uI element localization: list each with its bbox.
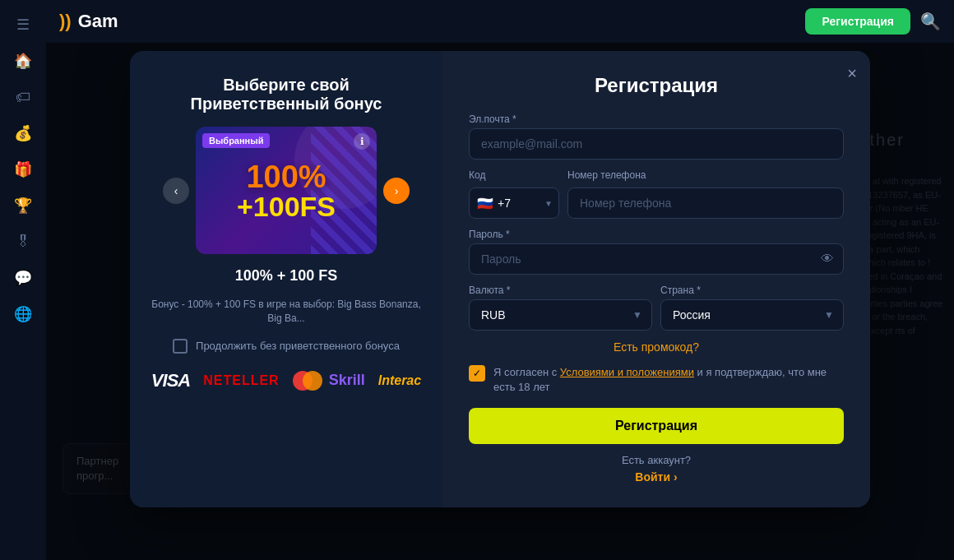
sidebar-home-icon[interactable]: 🏠	[7, 44, 39, 77]
phone-input[interactable]	[567, 187, 844, 219]
modal-left-panel: Выберите свой Приветственный бонус ‹ Выб…	[130, 51, 442, 507]
sidebar-menu-icon[interactable]: ☰	[7, 8, 39, 41]
bonus-carousel: ‹ Выбранный ℹ 100% +100FS ›	[196, 127, 377, 254]
bonus-description: Бонус - 100% + 100 FS в игре на выбор: B…	[150, 298, 423, 326]
sidebar-achievements-icon[interactable]: 🎖	[7, 225, 39, 258]
register-button[interactable]: Регистрация	[469, 408, 844, 444]
neteller-logo: NETELLER	[203, 373, 279, 388]
currency-select[interactable]: RUB USD EUR BTC USDT	[469, 299, 652, 331]
email-label: Эл.почта *	[469, 113, 844, 125]
mastercard-skrill-row: Skrill	[293, 371, 365, 391]
bonus-fs-text: +100FS	[237, 192, 336, 220]
country-label: Страна *	[660, 285, 844, 296]
login-row: Есть аккаунт? Войти ›	[469, 454, 844, 484]
logo: ))	[59, 11, 72, 32]
visa-logo: VISA	[151, 370, 190, 391]
interac-logo: Interac	[378, 373, 421, 388]
bonus-card: Выбранный ℹ 100% +100FS	[196, 127, 377, 254]
skrill-logo: Skrill	[329, 372, 365, 389]
terms-link[interactable]: Условиями и положениями	[560, 366, 694, 378]
currency-country-row: Валюта * RUB USD EUR BTC USDT ▼	[469, 285, 844, 331]
sidebar: ☰ 🏠 🏷 💰 🎁 🏆 🎖 💬 🌐	[0, 0, 46, 560]
modal-close-button[interactable]: ×	[847, 64, 857, 83]
sidebar-chat-icon[interactable]: 💬	[7, 261, 39, 294]
sidebar-casino-icon[interactable]: 💰	[7, 117, 39, 150]
promo-link[interactable]: Есть промокод?	[469, 340, 844, 354]
sidebar-promo-icon[interactable]: 🏷	[7, 81, 39, 113]
country-group: Страна * Россия Казахстан Беларусь Украи…	[660, 285, 844, 331]
have-account-text: Есть аккаунт?	[469, 454, 844, 466]
currency-label: Валюта *	[469, 285, 652, 296]
info-icon[interactable]: ℹ	[354, 133, 370, 150]
code-group: Код 🇷🇺 +7 ▼	[469, 169, 559, 219]
no-bonus-label: Продолжить без приветственного бонуса	[196, 340, 400, 352]
currency-group: Валюта * RUB USD EUR BTC USDT ▼	[469, 285, 652, 331]
code-select-wrap: 🇷🇺 +7 ▼	[469, 187, 559, 219]
sidebar-sports-icon[interactable]: 🏆	[7, 189, 39, 222]
currency-select-wrap: RUB USD EUR BTC USDT ▼	[469, 299, 652, 331]
phone-number-group: Номер телефона	[567, 169, 844, 219]
password-input[interactable]	[469, 243, 844, 275]
login-link[interactable]: Войти ›	[635, 470, 677, 484]
password-group: Пароль * 👁	[469, 229, 844, 275]
main-content: VISA ))Gam ₮ tether Партнер прогр... 33)…	[46, 43, 954, 560]
country-select-wrap: Россия Казахстан Беларусь Украина ▼	[660, 299, 844, 331]
selected-badge: Выбранный	[202, 133, 270, 148]
no-bonus-checkbox[interactable]	[173, 339, 188, 354]
email-input[interactable]	[469, 128, 844, 160]
logo-text: Gam	[78, 11, 118, 32]
terms-row: ✓ Я согласен с Условиями и положениями и…	[469, 365, 844, 395]
terms-text: Я согласен с Условиями и положениями и я…	[493, 365, 844, 395]
password-eye-icon[interactable]: 👁	[821, 252, 834, 266]
mastercard-logo	[293, 371, 322, 391]
sidebar-bonuses-icon[interactable]: 🎁	[7, 153, 39, 186]
password-label: Пароль *	[469, 229, 844, 240]
topnav: )) Gam Регистрация 🔍	[46, 0, 954, 43]
carousel-prev-button[interactable]: ‹	[163, 178, 189, 204]
bonus-percent-text: 100%	[246, 161, 326, 192]
phone-group: Код 🇷🇺 +7 ▼ Номер телефона	[469, 169, 844, 219]
email-group: Эл.почта *	[469, 113, 844, 160]
terms-checkbox[interactable]: ✓	[469, 365, 485, 382]
password-wrap: 👁	[469, 243, 844, 275]
modal-container: Выберите свой Приветственный бонус ‹ Выб…	[130, 51, 870, 507]
bonus-title-label: 100% + 100 FS	[235, 267, 338, 285]
no-bonus-row[interactable]: Продолжить без приветственного бонуса	[173, 339, 400, 354]
search-button[interactable]: 🔍	[920, 12, 941, 31]
country-select[interactable]: Россия Казахстан Беларусь Украина	[660, 299, 844, 331]
modal-title: Регистрация	[469, 74, 844, 97]
phone-code-select[interactable]: +7	[469, 187, 559, 219]
phone-row: Код 🇷🇺 +7 ▼ Номер телефона	[469, 169, 844, 219]
register-button[interactable]: Регистрация	[805, 8, 910, 35]
modal-overlay: Выберите свой Приветственный бонус ‹ Выб…	[46, 43, 954, 560]
carousel-next-button[interactable]: ›	[383, 178, 410, 204]
phone-label: Номер телефона	[567, 169, 844, 181]
sidebar-language-icon[interactable]: 🌐	[7, 298, 39, 331]
registration-form-panel: × Регистрация Эл.почта * Код 🇷🇺	[442, 51, 870, 507]
code-label: Код	[469, 169, 559, 181]
bonus-title: Выберите свой Приветственный бонус	[191, 76, 382, 113]
payment-logos: VISA NETELLER Skrill Interac	[151, 370, 421, 391]
